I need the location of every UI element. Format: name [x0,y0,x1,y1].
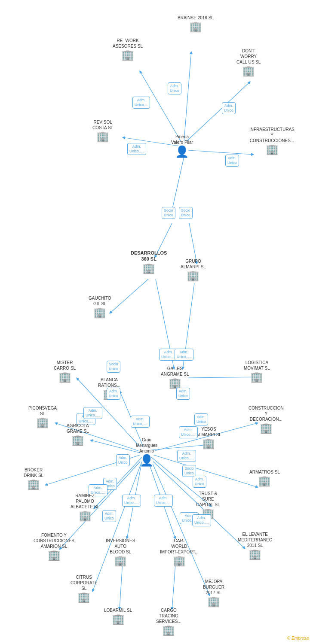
building-icon-brainse: 🏢 [189,21,202,32]
node-dontworry: DON'TWORRYCALL US SL 🏢 [236,48,261,76]
building-icon-mejopa: 🏢 [207,596,220,607]
badge-socio1: SocioÚnico [162,207,175,219]
node-gangames: GA...ESANGRAME SL 🏢 [161,366,189,388]
node-construccion: CONSTRUCCIONYDECORACION... 🏢 [249,405,284,433]
node-pineda: PinedaValero Pilar 👤 [171,134,193,157]
badge-adm-carworld: Adm.Unico,.... [154,495,173,507]
badge-adm-armatros: Adm.Unico,.... [177,450,196,462]
svg-line-5 [172,157,184,210]
building-icon-ramirez: 🏢 [79,510,92,521]
node-yesosalmarpi: YESOSALMARPI SL 🏢 [196,426,221,449]
person-icon-pineda: 👤 [175,146,189,157]
building-icon-gauchito: 🏢 [93,307,106,318]
person-icon-grau: 👤 [140,455,153,466]
node-ellevante: EL LEVANTEMEDITERRANEO2011 SL 🏢 [238,532,273,559]
badge-adm-yesos: Adm.Unico [194,413,208,425]
badge-adm-agricola: Adm.Unico,.... [83,407,102,419]
building-icon-piconsvega: 🏢 [36,417,49,428]
svg-line-8 [110,279,148,313]
badge-socio-blanca: SocioÚnico [107,361,120,373]
building-icon-citrus: 🏢 [77,592,90,602]
badge-adm-grupoalmarpi: Adm.Unico,.... [175,349,193,361]
badge-adm-trust: Adm.Unico [193,476,206,488]
node-rework: RE- WORKASESORES SL 🏢 [113,38,143,60]
badge-adm-brainse: Adm.Unico [168,82,181,94]
badge-adm-inversiones: Adm.Unico,.... [122,495,141,507]
node-armatros: ARMATROS SL 🏢 [249,469,280,486]
building-icon-ellevante: 🏢 [249,549,261,559]
badge-adm-yesos2: Adm.Unico,.... [179,426,198,438]
svg-line-28 [172,565,175,610]
building-icon-yesos: 🏢 [202,438,215,449]
building-icon-infra: 🏢 [266,144,279,155]
building-icon-lobarmil: 🏢 [112,614,125,624]
badge-adm-broker: Adm.Unico [116,454,130,466]
building-icon-rework: 🏢 [121,50,134,60]
node-agricola: AGRICOLAGRAME SL 🏢 [67,423,89,445]
building-icon-logistica: 🏢 [250,372,263,382]
building-icon-dontworry: 🏢 [242,66,255,76]
node-fomento: FOMENTO YCONSTRUCCIONESAMARION SL 🏢 [34,532,74,560]
node-desarrollos: DESARROLLOS360 SL 🏢 [131,250,167,273]
badge-adm-infra: Adm.Unico [225,155,239,167]
svg-line-14 [90,440,141,453]
node-piconsvega: PICONSVEGASL 🏢 [28,405,57,428]
badge-socio-trust: SocioÚnico [182,465,196,477]
svg-line-2 [187,82,250,141]
badge-adm-trust2: Adm.Unico,.... [192,514,211,526]
node-carworld: CAR-WORLDIMPORT-EXPORT... 🏢 [160,538,199,566]
building-icon-mistercarro: 🏢 [58,372,71,382]
badge-adm-angrame: Adm.Unico [176,388,190,400]
badge-adm-blanca: Adm.Unico [107,388,120,400]
svg-line-0 [184,52,191,141]
node-logisticamovimat: LOGISTICAMOVIMAT SL 🏢 [244,360,270,382]
building-icon-agricola: 🏢 [71,435,84,445]
svg-line-7 [189,223,197,264]
building-icon-armatros: 🏢 [258,476,271,486]
badge-adm-fomento: Adm.Unico [102,510,116,522]
node-revisol: REVISOLCOSTA SL 🏢 [92,119,113,142]
building-icon-revisol: 🏢 [96,131,109,142]
badge-adm-revisol: Adm.Unico,.... [127,143,146,155]
node-lobarmil: LOBARMIL SL 🏢 [104,608,132,624]
node-brokerdrink: BROKERDRINK SL 🏢 [24,467,43,489]
node-grau: GrauMenarguesAntonio 👤 [136,437,157,466]
building-icon-grupoalmarpi: 🏢 [187,270,199,281]
node-grupoalmarpi: GRUPOALMARPI SL 🏢 [181,258,206,281]
diagram-container: BRAINSE 2016 SL 🏢 RE- WORKASESORES SL 🏢 … [0,0,313,644]
building-icon-desarrollos: 🏢 [142,263,155,273]
node-brainse: BRAINSE 2016 SL 🏢 [178,15,214,32]
building-icon-construccion: 🏢 [260,423,273,433]
node-mejopa: MEJOPABURGUER2017 SL 🏢 [203,579,224,607]
building-icon-cargotracing: 🏢 [162,625,175,635]
node-citrus: CITRUSCORPORATESL 🏢 [71,574,98,602]
node-gauchito: GAUCHITOGIL SL 🏢 [89,295,111,318]
svg-line-27 [120,562,123,610]
badge-adm-blanca2: Adm.Unico,.... [131,416,150,428]
svg-line-4 [188,150,254,155]
building-icon-fomento: 🏢 [48,550,61,560]
node-cargotracing: CARGOTRACINGSERVICES... 🏢 [156,608,181,635]
building-icon-carworld: 🏢 [173,556,186,566]
building-icon-brokerdrink: 🏢 [27,479,40,489]
node-mistercarro: MISTERCARRO SL 🏢 [54,360,76,382]
copyright: © Empresa [287,636,309,641]
building-icon-inversiones: 🏢 [114,556,127,566]
node-infraestructuras: INFRAESTRUCTURASYCONSTRUCCIONES... 🏢 [249,127,295,155]
badge-socio2: SocioÚnico [179,207,193,219]
building-icon-gangames: 🏢 [169,378,181,388]
node-inversiones: INVERSIONESAUTOBLOOD SL 🏢 [106,538,135,566]
badge-adm-rework: Adm.Unico,... [132,97,150,109]
node-ramirez: RAMIREZPALOMOALBACETE SL 🏢 [71,493,99,521]
badge-adm-dontworry: Adm.Unico [222,102,236,114]
